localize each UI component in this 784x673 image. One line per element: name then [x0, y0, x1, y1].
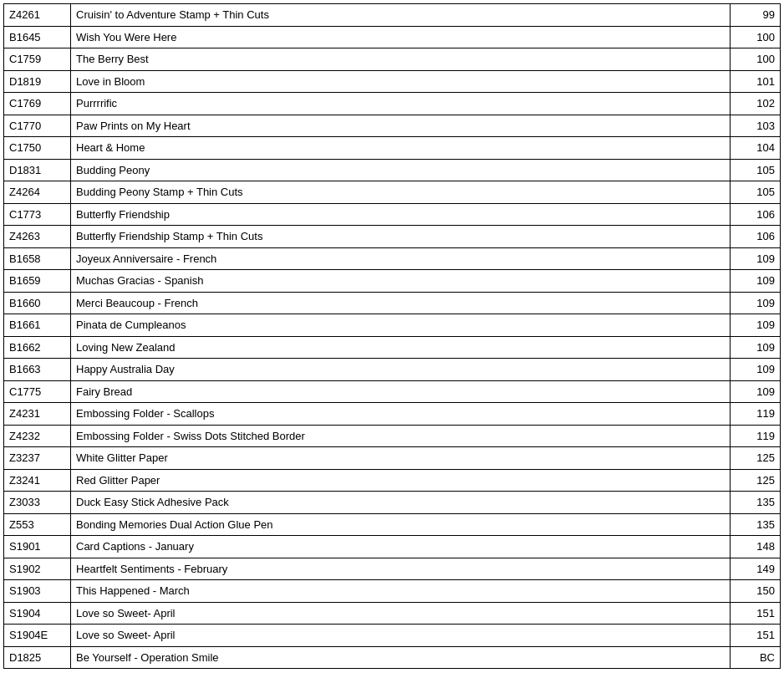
table-row: S1901Card Captions - January148	[4, 536, 781, 558]
table-row: B1662Loving New Zealand109	[4, 336, 781, 359]
product-page: 150	[731, 580, 781, 603]
product-name: Butterfly Friendship	[71, 203, 731, 226]
product-name: Be Yourself - Operation Smile	[71, 646, 731, 669]
product-code: B1645	[4, 26, 71, 48]
product-page: 135	[731, 492, 781, 514]
table-row: B1659Muchas Gracias - Spanish109	[4, 270, 781, 293]
product-code: C1775	[4, 380, 71, 403]
table-row: Z3033Duck Easy Stick Adhesive Pack135	[4, 492, 781, 514]
product-name: Red Glitter Paper	[71, 469, 731, 492]
product-name: The Berry Best	[71, 48, 731, 71]
table-row: S1904Love so Sweet- April151	[4, 602, 781, 625]
product-page: 100	[731, 26, 781, 48]
table-row: D1831Budding Peony105	[4, 159, 781, 181]
product-page: 125	[731, 469, 781, 492]
product-page: 149	[731, 558, 781, 580]
table-row: C1773Butterfly Friendship106	[4, 203, 781, 226]
product-name: Budding Peony Stamp + Thin Cuts	[71, 181, 731, 204]
product-name: Happy Australia Day	[71, 359, 731, 381]
table-row: B1660Merci Beaucoup - French109	[4, 292, 781, 314]
product-page: 148	[731, 536, 781, 558]
product-page: 105	[731, 181, 781, 204]
product-code: Z553	[4, 513, 71, 536]
product-name: Wish You Were Here	[71, 26, 731, 48]
table-row: S1904ELove so Sweet- April151	[4, 625, 781, 647]
product-code: D1825	[4, 646, 71, 669]
product-page: 151	[731, 602, 781, 625]
table-row: Z4232Embossing Folder - Swiss Dots Stitc…	[4, 425, 781, 447]
product-name: White Glitter Paper	[71, 447, 731, 470]
product-table: Z4261Cruisin' to Adventure Stamp + Thin …	[3, 3, 781, 669]
product-code: B1658	[4, 247, 71, 270]
product-page: 109	[731, 314, 781, 337]
product-page: 151	[731, 625, 781, 647]
product-name: Muchas Gracias - Spanish	[71, 270, 731, 293]
product-code: Z4263	[4, 226, 71, 248]
table-row: S1902Heartfelt Sentiments - February149	[4, 558, 781, 580]
product-code: Z4231	[4, 403, 71, 426]
product-code: B1662	[4, 336, 71, 359]
product-name: Love so Sweet- April	[71, 625, 731, 647]
product-page: 106	[731, 226, 781, 248]
table-row: B1658Joyeux Anniversaire - French109	[4, 247, 781, 270]
table-row: C1750Heart & Home104	[4, 137, 781, 160]
product-code: B1663	[4, 359, 71, 381]
product-page: 119	[731, 425, 781, 447]
table-row: Z4264Budding Peony Stamp + Thin Cuts105	[4, 181, 781, 204]
product-page: 109	[731, 336, 781, 359]
table-row: D1825Be Yourself - Operation SmileBC	[4, 646, 781, 669]
table-row: Z3241Red Glitter Paper125	[4, 469, 781, 492]
product-page: 103	[731, 115, 781, 137]
table-row: C1770Paw Prints on My Heart103	[4, 115, 781, 137]
table-row: Z553Bonding Memories Dual Action Glue Pe…	[4, 513, 781, 536]
product-page: 104	[731, 137, 781, 160]
product-name: Butterfly Friendship Stamp + Thin Cuts	[71, 226, 731, 248]
table-row: C1769Purrrrific102	[4, 93, 781, 115]
product-page: 119	[731, 403, 781, 426]
table-row: C1759The Berry Best100	[4, 48, 781, 71]
product-name: Embossing Folder - Swiss Dots Stitched B…	[71, 425, 731, 447]
product-page: 109	[731, 380, 781, 403]
product-page: 105	[731, 159, 781, 181]
table-row: B1663Happy Australia Day109	[4, 359, 781, 381]
product-name: Card Captions - January	[71, 536, 731, 558]
product-name: Fairy Bread	[71, 380, 731, 403]
product-code: S1904	[4, 602, 71, 625]
product-code: D1831	[4, 159, 71, 181]
product-name: Embossing Folder - Scallops	[71, 403, 731, 426]
product-page: 109	[731, 247, 781, 270]
product-name: Love in Bloom	[71, 70, 731, 93]
product-name: Heartfelt Sentiments - February	[71, 558, 731, 580]
product-code: S1901	[4, 536, 71, 558]
product-name: Paw Prints on My Heart	[71, 115, 731, 137]
product-code: D1819	[4, 70, 71, 93]
product-code: B1659	[4, 270, 71, 293]
product-code: S1903	[4, 580, 71, 603]
product-code: Z4264	[4, 181, 71, 204]
table-row: D1819Love in Bloom101	[4, 70, 781, 93]
product-code: C1759	[4, 48, 71, 71]
product-name: Bonding Memories Dual Action Glue Pen	[71, 513, 731, 536]
product-page: 99	[731, 4, 781, 27]
product-name: Purrrrific	[71, 93, 731, 115]
product-name: Pinata de Cumpleanos	[71, 314, 731, 337]
table-row: B1645Wish You Were Here100	[4, 26, 781, 48]
product-code: S1904E	[4, 625, 71, 647]
product-code: C1770	[4, 115, 71, 137]
product-code: Z4232	[4, 425, 71, 447]
main-container: Z4261Cruisin' to Adventure Stamp + Thin …	[0, 0, 784, 672]
table-row: Z4261Cruisin' to Adventure Stamp + Thin …	[4, 4, 781, 27]
product-page: 109	[731, 270, 781, 293]
product-name: Merci Beaucoup - French	[71, 292, 731, 314]
product-page: 135	[731, 513, 781, 536]
product-name: Budding Peony	[71, 159, 731, 181]
product-page: 100	[731, 48, 781, 71]
table-row: Z4231Embossing Folder - Scallops119	[4, 403, 781, 426]
table-row: B1661Pinata de Cumpleanos109	[4, 314, 781, 337]
product-code: C1773	[4, 203, 71, 226]
product-name: Loving New Zealand	[71, 336, 731, 359]
product-name: Duck Easy Stick Adhesive Pack	[71, 492, 731, 514]
product-page: 102	[731, 93, 781, 115]
product-page: 109	[731, 359, 781, 381]
product-code: Z4261	[4, 4, 71, 27]
